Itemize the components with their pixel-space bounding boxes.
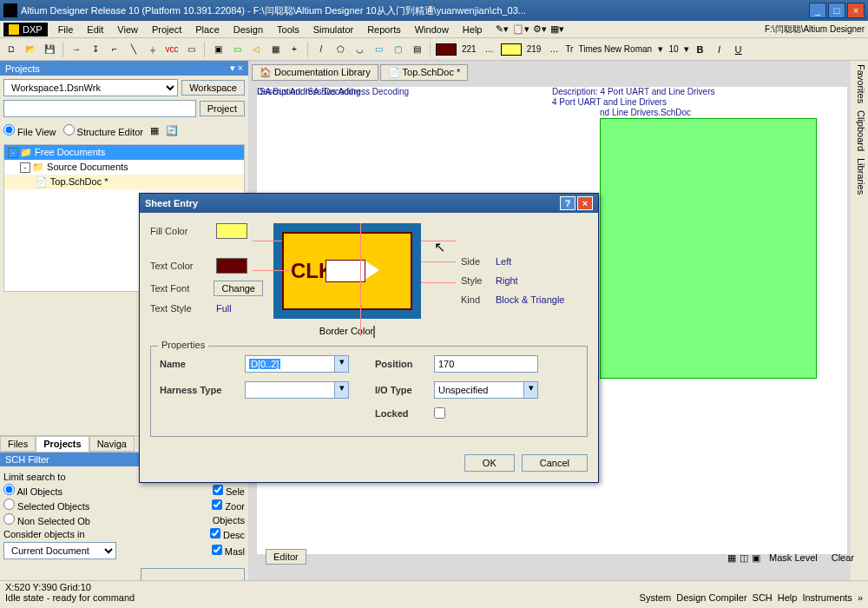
menu-help[interactable]: Help — [456, 23, 490, 36]
dialog-help-button[interactable]: ? — [560, 196, 575, 210]
editor-tab[interactable]: Editor — [266, 549, 306, 565]
round-rect-icon[interactable]: ▢ — [390, 42, 405, 57]
bold-icon[interactable]: B — [693, 42, 708, 57]
position-input[interactable] — [434, 355, 538, 373]
dxp-menu[interactable]: DXP — [3, 23, 48, 36]
dialog-titlebar[interactable]: Sheet Entry ? × — [140, 194, 598, 213]
vcc-icon[interactable]: vcc — [164, 42, 180, 57]
harness-icon[interactable]: ▦ — [267, 42, 283, 57]
workspace-button[interactable]: Workspace — [181, 80, 245, 96]
chevron-down-icon[interactable]: ▾ — [334, 356, 348, 372]
menu-tools[interactable]: Tools — [270, 23, 306, 36]
mask-check[interactable] — [212, 545, 222, 555]
tab-projects[interactable]: Projects — [36, 436, 89, 452]
sb-sch[interactable]: SCH — [753, 592, 773, 603]
sb-instruments[interactable]: Instruments — [802, 592, 852, 603]
tab-files[interactable]: Files — [0, 436, 36, 452]
selected-radio[interactable]: Selected Objects — [3, 499, 89, 512]
poly-icon[interactable]: ⬠ — [332, 42, 348, 57]
workspace-select[interactable]: Workspace1.DsnWrk — [3, 79, 178, 96]
arrow-right-icon[interactable]: → — [69, 42, 84, 57]
ok-button[interactable]: OK — [464, 454, 515, 472]
nonselected-radio[interactable]: Non Selected Ob — [3, 513, 90, 526]
consider-select[interactable]: Current Document — [3, 542, 116, 559]
sidetab-favorites[interactable]: Favorites — [852, 64, 866, 103]
desc-check[interactable] — [210, 528, 220, 539]
border-color-swatch[interactable] — [373, 326, 375, 338]
clear-button[interactable]: Clear — [826, 551, 859, 565]
entry-icon[interactable]: ◁ — [248, 42, 264, 57]
sele-check[interactable] — [213, 485, 223, 495]
structure-radio[interactable]: Structure Editor — [63, 124, 143, 137]
fill-color-swatch[interactable] — [216, 223, 247, 239]
bottom-icon-3[interactable]: ▣ — [752, 552, 760, 564]
dialog-close-button[interactable]: × — [577, 196, 593, 210]
tree-source[interactable]: -📁 Source Documents — [4, 160, 244, 175]
part-icon[interactable]: ▣ — [210, 42, 226, 57]
arc-icon[interactable]: ◡ — [352, 42, 367, 57]
menu-project[interactable]: Project — [145, 23, 188, 36]
menu-design[interactable]: Design — [227, 23, 270, 36]
text-frame-icon[interactable]: ▤ — [409, 42, 424, 57]
close-button[interactable]: × — [847, 3, 865, 18]
side-value[interactable]: Left — [496, 256, 511, 267]
tab-schdoc[interactable]: 📄 Top.SchDoc * — [380, 64, 469, 81]
sidetab-clipboard[interactable]: Clipboard — [852, 110, 866, 151]
name-combo[interactable]: D[0..2]▾ — [245, 355, 349, 373]
font-name[interactable]: Times New Roman — [576, 44, 654, 54]
harness-combo[interactable]: ▾ — [245, 381, 349, 399]
chip-icon[interactable]: ▦▾ — [550, 23, 564, 35]
italic-icon[interactable]: I — [712, 42, 727, 57]
sidetab-libraries[interactable]: Libraries — [852, 158, 866, 195]
project-button[interactable]: Project — [200, 101, 245, 116]
sb-help[interactable]: Help — [778, 592, 798, 603]
more-icon-2[interactable]: … — [546, 42, 562, 57]
menu-view[interactable]: View — [110, 23, 145, 36]
bus-icon[interactable]: ╲ — [126, 42, 141, 57]
sheet-symbol[interactable] — [600, 118, 817, 379]
project-input[interactable] — [3, 100, 196, 117]
clipboard-icon[interactable]: 📋▾ — [512, 23, 529, 35]
save-icon[interactable]: 💾 — [42, 42, 57, 57]
change-font-button[interactable]: Change — [214, 281, 263, 296]
sb-design-compiler[interactable]: Design Compiler — [676, 592, 746, 603]
minimize-button[interactable]: _ — [809, 3, 826, 18]
gear-icon[interactable]: ⚙▾ — [533, 23, 547, 35]
mask-level-button[interactable]: Mask Level — [764, 551, 823, 565]
zoom-check[interactable] — [212, 499, 222, 510]
tab-navigator[interactable]: Naviga — [89, 436, 135, 452]
tab-doclib[interactable]: 🏠 Documentation Library — [252, 64, 378, 81]
menu-simulator[interactable]: Simulator — [306, 23, 360, 36]
color-swatch-2[interactable] — [501, 43, 522, 56]
bottom-icon-1[interactable]: ▦ — [727, 552, 736, 564]
pencil-icon[interactable]: ✎▾ — [496, 23, 509, 35]
menu-reports[interactable]: Reports — [360, 23, 408, 36]
color-swatch-1[interactable] — [436, 43, 457, 56]
more-icon-1[interactable]: … — [482, 42, 497, 57]
panel-close-icon[interactable]: ▾ × — [230, 63, 243, 74]
sheet-icon[interactable]: ▭ — [229, 42, 245, 57]
style-value[interactable]: Right — [496, 275, 518, 286]
panel-settings-icon[interactable]: ▦ — [150, 125, 159, 136]
text-color-swatch[interactable] — [216, 258, 247, 274]
bottom-icon-2[interactable]: ◫ — [740, 552, 748, 564]
cancel-button[interactable]: Cancel — [522, 454, 588, 472]
font-size[interactable]: 10 — [667, 44, 680, 54]
menu-place[interactable]: Place — [188, 23, 227, 36]
menu-edit[interactable]: Edit — [80, 23, 110, 36]
chevron-down-icon[interactable]: ▾ — [334, 382, 348, 398]
panel-refresh-icon[interactable]: 🔄 — [166, 125, 178, 136]
menu-window[interactable]: Window — [408, 23, 456, 36]
chevron-down-icon[interactable]: ▾ — [523, 382, 537, 398]
line-icon[interactable]: / — [313, 42, 329, 57]
rect-icon[interactable]: ▭ — [371, 42, 386, 57]
sb-system[interactable]: System — [640, 592, 672, 603]
new-icon[interactable]: 🗋 — [3, 42, 19, 57]
place-icon[interactable]: + — [286, 42, 302, 57]
fileview-radio[interactable]: File View — [3, 124, 56, 137]
wire-icon[interactable]: ⌐ — [107, 42, 122, 57]
tree-doc[interactable]: 📄 Top.SchDoc * — [4, 175, 244, 189]
sb-more-icon[interactable]: » — [858, 592, 863, 603]
port-icon[interactable]: ▭ — [183, 42, 199, 57]
maximize-button[interactable]: □ — [828, 3, 845, 18]
